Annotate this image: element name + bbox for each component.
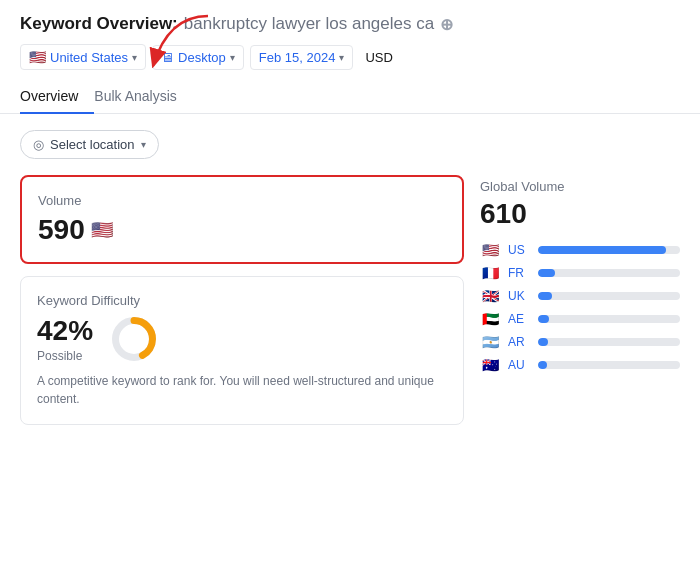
- country-code-label: AE: [508, 312, 530, 326]
- global-volume-panel: Global Volume 610 🇺🇸 US 🇫🇷 FR 🇬🇧 UK 🇦🇪 A…: [480, 175, 680, 425]
- page-title: Keyword Overview: bankruptcy lawyer los …: [20, 14, 680, 34]
- location-chevron-icon: ▾: [141, 139, 146, 150]
- difficulty-card: Keyword Difficulty 42% Possible A compet…: [20, 276, 464, 425]
- country-code-label: AU: [508, 358, 530, 372]
- bar-fill: [538, 292, 552, 300]
- difficulty-number-group: 42% Possible: [37, 315, 93, 363]
- currency-label: USD: [365, 50, 392, 65]
- country-label: United States: [50, 50, 128, 65]
- bar-background: [538, 315, 680, 323]
- bar-fill: [538, 361, 547, 369]
- country-bar-row: 🇫🇷 FR: [480, 265, 680, 281]
- filters-row: 🇺🇸 United States ▾ 🖥 Desktop ▾ Feb 15, 2…: [20, 44, 680, 70]
- tab-overview[interactable]: Overview: [20, 80, 94, 114]
- country-flag-icon: 🇫🇷: [480, 265, 500, 281]
- bar-background: [538, 338, 680, 346]
- bar-fill: [538, 246, 666, 254]
- volume-flag-icon: 🇺🇸: [91, 219, 113, 241]
- tab-bulk-analysis[interactable]: Bulk Analysis: [94, 80, 192, 114]
- volume-number: 590: [38, 214, 85, 246]
- country-flag-icon: 🇬🇧: [480, 288, 500, 304]
- desktop-icon: 🖥: [161, 50, 174, 65]
- device-label: Desktop: [178, 50, 226, 65]
- country-code-label: US: [508, 243, 530, 257]
- country-filter[interactable]: 🇺🇸 United States ▾: [20, 44, 146, 70]
- country-bar-row: 🇺🇸 US: [480, 242, 680, 258]
- device-chevron-icon: ▾: [230, 52, 235, 63]
- country-bar-row: 🇦🇪 AE: [480, 311, 680, 327]
- location-pin-icon: ◎: [33, 137, 44, 152]
- add-keyword-icon[interactable]: ⊕: [440, 15, 453, 34]
- difficulty-label: Keyword Difficulty: [37, 293, 447, 308]
- location-label: Select location: [50, 137, 135, 152]
- volume-card: Volume 590 🇺🇸: [20, 175, 464, 264]
- us-flag-icon: 🇺🇸: [29, 49, 46, 65]
- difficulty-donut-chart: [109, 314, 159, 364]
- date-chevron-icon: ▾: [339, 52, 344, 63]
- bar-fill: [538, 269, 555, 277]
- difficulty-value-row: 42% Possible: [37, 314, 447, 364]
- tab-bar: Overview Bulk Analysis: [20, 80, 680, 113]
- difficulty-description: A competitive keyword to rank for. You w…: [37, 372, 447, 408]
- country-code-label: UK: [508, 289, 530, 303]
- left-section: Volume 590 🇺🇸 Keyword Difficulty 42% Pos…: [20, 175, 464, 425]
- country-bars-list: 🇺🇸 US 🇫🇷 FR 🇬🇧 UK 🇦🇪 AE 🇦🇷: [480, 242, 680, 373]
- date-label: Feb 15, 2024: [259, 50, 336, 65]
- date-filter[interactable]: Feb 15, 2024 ▾: [250, 45, 354, 70]
- device-filter[interactable]: 🖥 Desktop ▾: [152, 45, 244, 70]
- bar-background: [538, 269, 680, 277]
- bar-background: [538, 292, 680, 300]
- country-bar-row: 🇦🇷 AR: [480, 334, 680, 350]
- country-bar-row: 🇦🇺 AU: [480, 357, 680, 373]
- volume-value-row: 590 🇺🇸: [38, 214, 446, 246]
- bar-fill: [538, 315, 549, 323]
- country-flag-icon: 🇦🇷: [480, 334, 500, 350]
- bar-fill: [538, 338, 548, 346]
- difficulty-number: 42%: [37, 315, 93, 347]
- cards-row: Volume 590 🇺🇸 Keyword Difficulty 42% Pos…: [20, 175, 680, 425]
- location-selector[interactable]: ◎ Select location ▾: [20, 130, 159, 159]
- main-content: ◎ Select location ▾ Volume 590 🇺🇸 Keywor…: [0, 114, 700, 441]
- title-bold: Keyword Overview:: [20, 14, 178, 34]
- currency-filter[interactable]: USD: [359, 46, 398, 69]
- country-flag-icon: 🇦🇪: [480, 311, 500, 327]
- bar-background: [538, 246, 680, 254]
- country-bar-row: 🇬🇧 UK: [480, 288, 680, 304]
- difficulty-sublabel: Possible: [37, 349, 93, 363]
- volume-label: Volume: [38, 193, 446, 208]
- country-chevron-icon: ▾: [132, 52, 137, 63]
- country-flag-icon: 🇦🇺: [480, 357, 500, 373]
- bar-background: [538, 361, 680, 369]
- title-query: bankruptcy lawyer los angeles ca: [184, 14, 434, 34]
- country-flag-icon: 🇺🇸: [480, 242, 500, 258]
- global-volume-value: 610: [480, 198, 680, 230]
- global-volume-label: Global Volume: [480, 179, 680, 194]
- country-code-label: FR: [508, 266, 530, 280]
- country-code-label: AR: [508, 335, 530, 349]
